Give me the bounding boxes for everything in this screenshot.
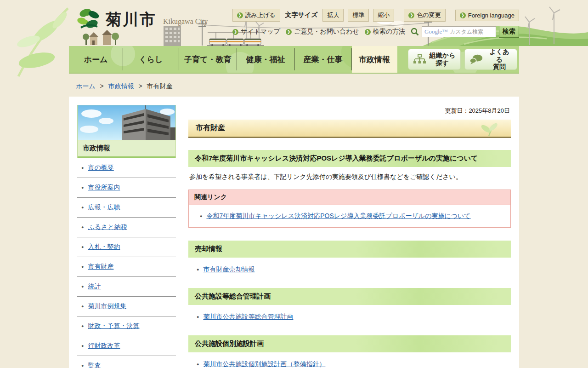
- sidebar-item-kansa[interactable]: ●監査: [77, 356, 176, 368]
- sidebar-item-gyozaisei[interactable]: ●行財政改革: [77, 336, 176, 356]
- site-title-en: Kikugawa City: [163, 17, 208, 26]
- site-logo[interactable]: 菊川市 Kikugawa City: [76, 7, 208, 31]
- list-item: ● 菊川市公共施設等総合管理計画: [190, 311, 511, 323]
- utility-bar-bottom: ❯ サイトマップ ❯ ご意見・お問い合わせ ❯ 検索の方法 Google™ カス…: [232, 26, 519, 38]
- main-content: 更新日：2025年8月20日 市有財産 令和7年度菊川市キャッシレス決済対応PO…: [188, 105, 511, 368]
- site-title: 菊川市: [106, 7, 157, 31]
- bullet-icon: ●: [200, 214, 202, 218]
- related-links-body: ● 令和7年度菊川市キャッシレス決済対応POSレジ導入業務委託プロポーザルの実施…: [189, 205, 510, 227]
- bullet-icon: ●: [81, 284, 84, 289]
- sidebar-item-nyusatsu[interactable]: ●入札・契約: [77, 237, 176, 257]
- color-change-label: 色の変更: [417, 11, 441, 19]
- sidebar-menu: ●市の概要 ●市役所案内 ●広報・広聴 ●ふるさと納税 ●入札・契約 ●市有財産…: [77, 158, 176, 368]
- arrow-circle-icon: ❯: [237, 12, 243, 18]
- sidebar-item-zaisei[interactable]: ●財政・予算・決算: [77, 316, 176, 336]
- sidebar-item-shiyakusho[interactable]: ●市役所案内: [77, 178, 176, 198]
- search-input[interactable]: Google™ カスタム検索: [422, 26, 496, 37]
- bullet-icon: ●: [197, 267, 199, 272]
- sidebar: 市政情報 ●市の概要 ●市役所案内 ●広報・広聴 ●ふるさと納税 ●入札・契約 …: [77, 105, 176, 368]
- search-help-label: 検索の方法: [373, 28, 405, 36]
- sogokanri-link[interactable]: 菊川市公共施設等総合管理計画: [203, 313, 293, 321]
- city-emblem-icon: [76, 7, 101, 31]
- page-title: 市有財産: [196, 123, 225, 133]
- faq-button[interactable]: よくある質問: [464, 49, 517, 70]
- search-placeholder: カスタム検索: [450, 28, 483, 36]
- font-enlarge-button[interactable]: 拡大: [322, 9, 344, 22]
- nav-item-kurashi[interactable]: くらし: [123, 46, 179, 73]
- related-links-title: 関連リンク: [189, 190, 510, 205]
- nav-item-sangyo[interactable]: 産業・仕事: [295, 46, 351, 73]
- nav-separator: [404, 48, 404, 70]
- breadcrumb-current: 市有財産: [147, 82, 173, 90]
- baikyaku-link[interactable]: 市有財産売却情報: [203, 265, 254, 274]
- updated-date: 更新日：2025年8月20日: [188, 107, 510, 115]
- foreign-language-label: Foreign language: [468, 12, 514, 19]
- page-title-banner: 市有財産: [188, 120, 511, 138]
- list-item: ● 市有財産売却情報: [190, 264, 511, 276]
- nav-item-shisei-active[interactable]: 市政情報: [352, 46, 397, 73]
- list-item: ● 令和7年度菊川市キャッシレス決済対応POSレジ導入業務委託プロポーザルの実施…: [193, 210, 506, 222]
- section-links: ● 菊川市公共施設等総合管理計画: [190, 311, 511, 323]
- sidebar-item-furusato[interactable]: ●ふるさと納税: [77, 218, 176, 237]
- font-shrink-label: 縮小: [378, 11, 390, 19]
- section-baikyaku: 売却情報 ● 市有財産売却情報: [188, 241, 511, 276]
- sidebar-item-tokei[interactable]: ●統計: [77, 277, 176, 297]
- foreign-language-button[interactable]: ❯ Foreign language: [455, 10, 519, 21]
- site-search: Google™ カスタム検索 検索: [411, 26, 519, 38]
- content-panel: 市政情報 ●市の概要 ●市役所案内 ●広報・広聴 ●ふるさと納税 ●入札・契約 …: [69, 97, 519, 368]
- breadcrumb-home-link[interactable]: ホーム: [76, 82, 96, 90]
- section-kobetsu: 公共施設個別施設計画 ● 菊川市公共施設個別施設計画（整備指針） ● 菊川市公共…: [188, 335, 511, 368]
- list-item: ● 菊川市公共施設個別施設計画（整備指針）: [190, 358, 511, 368]
- nav-item-kosodate[interactable]: 子育て・教育: [179, 46, 237, 73]
- kobetsu-shishin-link[interactable]: 菊川市公共施設個別施設計画（整備指針）: [203, 360, 325, 368]
- bullet-icon: ●: [81, 264, 84, 269]
- sitemap-link[interactable]: ❯ サイトマップ: [232, 28, 280, 36]
- breadcrumb-separator: >: [100, 82, 104, 90]
- search-button[interactable]: 検索: [499, 26, 519, 38]
- sitemap-label: サイトマップ: [241, 28, 280, 36]
- read-aloud-button[interactable]: ❯ 読み上げる: [232, 9, 280, 22]
- breadcrumb: ホーム > 市政情報 > 市有財産: [76, 82, 173, 91]
- sidebar-item-gaiyo[interactable]: ●市の概要: [77, 158, 176, 178]
- sidebar-item-reiki[interactable]: ●菊川市例規集: [77, 297, 176, 316]
- font-shrink-button[interactable]: 縮小: [373, 9, 394, 22]
- sidebar-item-koho[interactable]: ●広報・広聴: [77, 198, 176, 218]
- contact-link[interactable]: ❯ ご意見・お問い合わせ: [286, 28, 359, 36]
- section-heading: 公共施設個別施設計画: [188, 335, 511, 352]
- main-navigation: ホーム くらし 子育て・教育 健康・福祉 産業・仕事 市政情報 組織から探す: [69, 46, 519, 74]
- font-enlarge-label: 拡大: [327, 11, 339, 19]
- color-change-button[interactable]: ❯ 色の変更: [404, 9, 445, 22]
- font-standard-button[interactable]: 標準: [348, 9, 369, 22]
- proposal-heading: 令和7年度菊川市キャッシレス決済対応POSレジ導入業務委託プロポーザルの実施につ…: [188, 150, 511, 167]
- font-standard-label: 標準: [352, 11, 364, 19]
- section-sogokanri: 公共施設等総合管理計画 ● 菊川市公共施設等総合管理計画: [188, 288, 511, 323]
- proposal-body: 参加を希望される事業者は、下記リンク先添付の実施要領及び仕様書などをご確認くださ…: [189, 173, 510, 181]
- bullet-icon: ●: [81, 205, 84, 210]
- leaf-icon: [480, 121, 499, 137]
- arrow-circle-icon: ❯: [286, 29, 292, 35]
- bullet-icon: ●: [81, 324, 84, 328]
- org-chart-icon: [413, 54, 426, 65]
- breadcrumb-section-link[interactable]: 市政情報: [108, 82, 134, 90]
- bullet-icon: ●: [81, 245, 84, 249]
- org-search-button[interactable]: 組織から探す: [408, 49, 461, 70]
- search-icon: [411, 28, 419, 36]
- page: 菊川市 Kikugawa City ❯ 読み上げる 文字サイズ 拡大 標準 縮小…: [0, 0, 588, 368]
- arrow-circle-icon: ❯: [232, 29, 238, 35]
- nav-item-kenko[interactable]: 健康・福祉: [237, 46, 294, 73]
- font-size-label: 文字サイズ: [285, 11, 318, 19]
- arrow-circle-icon: ❯: [460, 12, 466, 18]
- sidebar-title: 市政情報: [78, 140, 175, 158]
- sidebar-header: 市政情報: [77, 105, 176, 158]
- search-placeholder-brand: Google™: [424, 28, 448, 35]
- site-header: 菊川市 Kikugawa City ❯ 読み上げる 文字サイズ 拡大 標準 縮小…: [0, 0, 588, 46]
- bullet-icon: ●: [81, 225, 84, 230]
- speech-bubbles-icon: [469, 54, 483, 65]
- proposal-related-link[interactable]: 令和7年度菊川市キャッシレス決済対応POSレジ導入業務委託プロポーザルの実施につ…: [206, 212, 470, 220]
- breadcrumb-separator: >: [139, 82, 142, 90]
- nav-item-home[interactable]: ホーム: [69, 46, 123, 73]
- search-help-link[interactable]: ❯ 検索の方法: [365, 28, 405, 36]
- related-links-box: 関連リンク ● 令和7年度菊川市キャッシレス決済対応POSレジ導入業務委託プロポ…: [188, 190, 511, 228]
- sidebar-item-shiyuzaisan[interactable]: ●市有財産: [77, 257, 176, 277]
- bullet-icon: ●: [81, 304, 84, 309]
